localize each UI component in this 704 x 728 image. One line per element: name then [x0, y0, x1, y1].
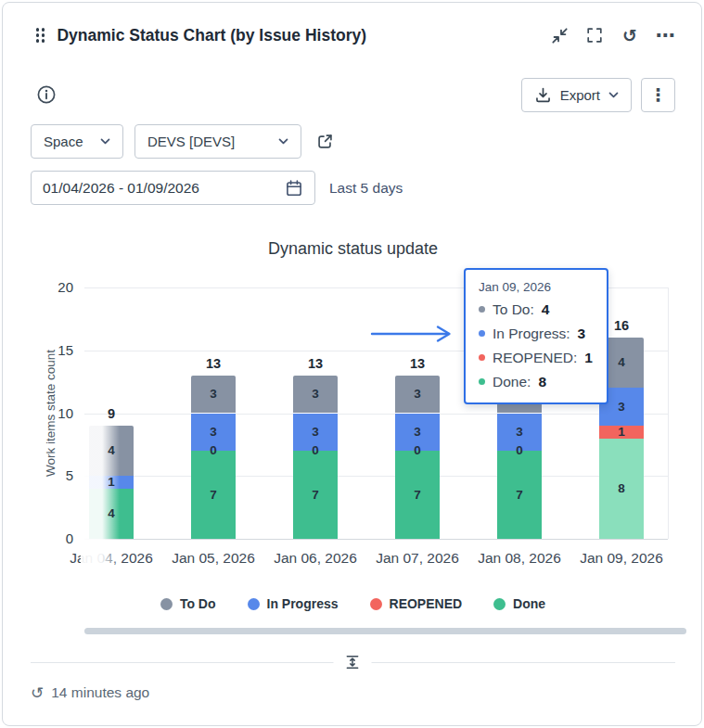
bar-segment-label: 0 [293, 443, 338, 458]
right-edge-gridline [668, 287, 669, 539]
tooltip-series-value: 3 [578, 325, 586, 342]
refresh-time-icon: ↺ [31, 685, 44, 701]
tooltip-series-label: REOPENED: [493, 349, 577, 366]
y-tick-label: 10 [31, 405, 73, 422]
gridline [84, 414, 668, 415]
y-tick-label: 0 [31, 530, 73, 547]
export-button[interactable]: Export [521, 78, 632, 112]
bar-segment-label: 3 [395, 425, 440, 440]
legend-item-to-do[interactable]: To Do [160, 596, 216, 611]
tooltip-row: REOPENED: 1 [479, 349, 594, 366]
info-button[interactable] [34, 83, 58, 107]
legend-item-reopened[interactable]: REOPENED [370, 596, 463, 611]
header-actions: ↺ ⋯ [547, 23, 677, 47]
bar-segment-label: 8 [599, 481, 644, 496]
date-range-hint: Last 5 days [329, 180, 403, 197]
more-menu-icon: ⋯ [656, 26, 675, 45]
gridline [84, 476, 668, 477]
space-dropdown-label: Space [44, 134, 83, 149]
bar-segment-label: 4 [89, 506, 134, 521]
legend-dot [370, 598, 382, 610]
y-tick-label: 5 [31, 467, 73, 484]
fullscreen-button[interactable] [582, 23, 607, 47]
bar-segment-label: 0 [191, 443, 236, 458]
chart-legend: To DoIn ProgressREOPENEDDone [3, 596, 702, 611]
resize-height-icon [344, 655, 360, 671]
widget-title: Dynamic Status Chart (by Issue History) [57, 26, 366, 45]
tooltip-row: In Progress: 3 [479, 325, 594, 342]
calendar-icon[interactable] [285, 179, 303, 198]
bar-segment-label: 7 [191, 488, 236, 503]
legend-item-done[interactable]: Done [493, 596, 545, 611]
chevron-down-icon [278, 138, 288, 145]
bar-segment-label: 7 [293, 488, 338, 503]
widget-footer: ↺ 14 minutes ago [31, 684, 149, 701]
date-range-input[interactable]: 01/04/2026 - 01/09/2026 [31, 171, 315, 205]
bar-segment-label: 1 [599, 425, 644, 440]
bar-total-label: 13 [191, 356, 236, 371]
chart-tooltip: Jan 09, 2026 To Do: 4In Progress: 3REOPE… [464, 268, 608, 404]
bar-segment-label: 3 [191, 425, 236, 440]
project-select[interactable]: DEVS [DEVS] [134, 124, 301, 159]
bar-segment-label: 7 [497, 488, 542, 503]
tooltip-row: To Do: 4 [479, 300, 594, 318]
legend-label: Done [513, 596, 545, 611]
bar-segment-label: 7 [395, 488, 440, 503]
last-updated-text: 14 minutes ago [51, 684, 149, 701]
project-select-value: DEVS [DEVS] [147, 134, 235, 149]
date-range-value: 01/04/2026 - 01/09/2026 [43, 180, 199, 197]
download-icon [534, 86, 552, 104]
calendar-icon-svg [285, 179, 303, 198]
chevron-down-icon [100, 138, 110, 145]
tooltip-series-dot [479, 354, 485, 361]
kebab-menu-icon: ⋮ [649, 86, 667, 104]
tooltip-series-dot [479, 378, 485, 385]
bar-segment-label: 0 [497, 443, 542, 458]
tooltip-series-label: To Do: [493, 300, 534, 318]
tooltip-series-dot [479, 330, 485, 337]
space-dropdown[interactable]: Space [31, 124, 123, 159]
more-menu-button[interactable]: ⋯ [653, 23, 677, 47]
legend-item-in-progress[interactable]: In Progress [248, 596, 339, 611]
x-axis-line [84, 539, 668, 540]
bar-total-label: 13 [293, 356, 338, 371]
bar-segment-label: 3 [293, 387, 338, 402]
scope-row: Space DEVS [DEVS] [31, 124, 337, 159]
export-label: Export [560, 87, 600, 103]
bar-segment-label: 3 [497, 425, 542, 440]
tooltip-series-value: 8 [538, 373, 546, 390]
bar-segment-label: 3 [191, 387, 236, 402]
widget-kebab-button[interactable]: ⋮ [641, 78, 675, 112]
tooltip-series-dot [479, 306, 485, 313]
drag-handle-icon[interactable] [36, 28, 45, 43]
tooltip-row: Done: 8 [479, 373, 594, 390]
bar-segment-label: 3 [293, 425, 338, 440]
open-in-new-icon [315, 132, 335, 151]
open-in-new-button[interactable] [313, 130, 337, 154]
horizontal-scrollbar[interactable] [84, 628, 686, 634]
legend-label: In Progress [267, 596, 339, 611]
refresh-icon: ↺ [622, 27, 637, 45]
refresh-button[interactable]: ↺ [618, 23, 642, 47]
y-tick-label: 15 [31, 342, 73, 359]
bar-segment-label: 4 [89, 443, 134, 458]
y-tick-label: 20 [31, 279, 73, 296]
legend-label: REOPENED [390, 596, 463, 611]
fullscreen-icon [586, 27, 603, 44]
tooltip-series-label: In Progress: [493, 325, 570, 342]
date-row: 01/04/2026 - 01/09/2026 Last 5 days [31, 171, 403, 205]
widget-card: Dynamic Status Chart (by Issue History) … [2, 2, 702, 726]
bar-segment-label: 1 [89, 475, 134, 490]
bar-segment-label: 0 [395, 443, 440, 458]
legend-dot [160, 598, 173, 610]
legend-dot [248, 598, 260, 610]
collapse-button[interactable] [547, 23, 571, 47]
tooltip-series-value: 1 [584, 349, 593, 366]
tooltip-series-value: 4 [542, 300, 550, 318]
tooltip-series-label: Done: [493, 373, 531, 390]
legend-dot [493, 598, 506, 610]
export-toolbar: Export ⋮ [521, 78, 675, 112]
bar-total-label: 13 [395, 356, 440, 371]
widget-header: Dynamic Status Chart (by Issue History) … [3, 3, 701, 60]
resize-handle[interactable] [333, 654, 371, 671]
